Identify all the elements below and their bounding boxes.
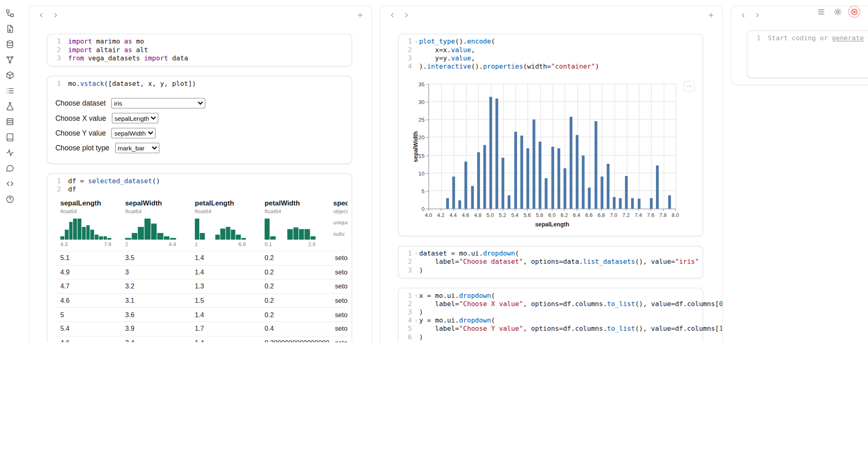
code-line: 1∨x = mo.ui.dropdown( [399,292,697,300]
code-line: 3) [399,308,697,316]
chart-bar [570,117,573,209]
column-move-right-button[interactable] [751,9,764,21]
settings-button[interactable] [831,5,844,18]
code-editor-df[interactable]: 1df = selected_dataset()2df [48,174,351,197]
plus-icon [356,12,364,19]
cell-imports: 1import marimo as mo2import altair as al… [47,34,352,66]
file-tree-icon[interactable] [5,8,16,19]
column-move-right-button[interactable] [49,9,62,21]
control-row: Choose Y valuesepalWidth [55,126,344,141]
code-line: 5 label="Choose Y value", options=df.col… [399,325,697,333]
code-editor-new-cell[interactable]: 1Start coding or generate with AI [747,31,868,46]
table-row: 5.13.51.40.2setosa [55,251,348,265]
chart-bar [520,136,523,209]
table-row: 4.63.41.40.30000000000000004setosa [55,336,348,342]
table-column-header[interactable]: sepalWidthfloat6424.4 [120,199,190,247]
column-move-right-button[interactable] [400,9,413,21]
code-line: 4∨y = mo.ui.dropdown( [399,316,697,325]
code-editor-vstack[interactable]: 1mo.vstack([dataset, x, y, plot]) [48,76,351,91]
table-row: 5.43.91.70.4setosa [55,322,348,336]
chart-options-button[interactable] [683,81,695,92]
table-column-header[interactable]: petalWidthfloat640.12.5 [260,199,330,247]
chart-bar [526,148,529,209]
table-of-contents-icon[interactable] [5,85,16,96]
cell-new-empty: 1Start coding or generate with AI [747,30,868,78]
fold-chevron-icon: ∨ [413,249,419,258]
fold-chevron-icon: ∨ [413,341,419,342]
dataset-dropdown[interactable]: iris [111,98,205,108]
snippets-icon[interactable] [5,178,16,189]
documentation-icon[interactable] [5,132,16,143]
cell-xy-plot-dropdowns: 1∨x = mo.ui.dropdown(2 label="Choose X v… [398,288,703,342]
chevron-left-icon [37,12,45,19]
fold-chevron-icon [413,62,419,71]
code-line: 3 y=y.value, [399,54,697,62]
package-icon[interactable] [5,70,16,81]
chart-bar [489,97,492,209]
table-column-header[interactable]: petalLengthfloat6416.9 [190,199,260,247]
chart-bar [446,198,449,209]
chart-bar [465,161,468,209]
help-icon[interactable] [5,194,16,205]
chart-bar [545,178,548,208]
vstack-output: Choose datasetirisChoose X valuesepalLen… [48,91,351,163]
y-value-dropdown[interactable]: sepalWidth [111,128,156,138]
x-axis-title: sepalLength [429,221,676,227]
code-line: 2 label="Choose dataset", options=data.l… [399,258,697,266]
table-column-header[interactable]: sepalLengthfloat644.37.9 [55,199,120,247]
chart-bar [619,198,622,209]
notebook-menu-button[interactable] [815,5,827,18]
table-column-header[interactable]: speciesobjectunique:nulls: [330,199,348,247]
code-line: 2 label="Choose X value", options=df.col… [399,300,697,308]
chart-bar [557,148,560,209]
chart-bar [533,119,536,208]
fold-chevron-icon [413,325,419,333]
table-row: 53.61.40.2setosa [55,307,348,321]
more-options-icon [686,83,693,90]
code-line: 1∨dataset = mo.ui.dropdown( [399,249,697,258]
plot-type-dropdown[interactable]: mark_bar [115,143,159,154]
column-move-left-button[interactable] [386,9,398,21]
shutdown-button[interactable] [848,5,861,18]
chart-bar [582,155,585,209]
marimo-file-icon[interactable] [5,23,16,35]
chart-bar [502,158,505,209]
chat-icon[interactable] [5,163,16,174]
tracing-icon[interactable] [5,147,16,158]
chart-bar [563,168,566,209]
code-editor-dropdowns[interactable]: 1∨x = mo.ui.dropdown(2 label="Choose X v… [399,288,702,342]
column-histogram [60,219,111,240]
chart-bar [508,196,511,209]
fold-chevron-icon [62,46,68,54]
add-column-button[interactable] [705,9,717,21]
chevron-right-icon [52,12,59,19]
chart-bar [607,164,609,209]
column-move-left-button[interactable] [737,9,749,21]
code-editor-plot[interactable]: 1∨plot_type().encode(2 x=x.value,3 y=y.v… [399,35,702,74]
code-line: 2df [48,185,346,194]
code-line: 4).interactive().properties(width="conta… [399,62,697,71]
code-editor-imports[interactable]: 1import marimo as mo2import altair as al… [48,35,351,66]
add-column-button[interactable] [354,9,366,21]
code-editor-dataset[interactable]: 1∨dataset = mo.ui.dropdown(2 label="Choo… [399,246,702,278]
code-line: 1df = selected_dataset() [48,177,346,185]
code-line: 3) [399,266,697,274]
dependency-graph-icon[interactable] [5,54,16,65]
control-label: Choose plot type [55,144,109,152]
x-value-dropdown[interactable]: sepalLength [112,113,158,124]
control-label: Choose Y value [55,129,106,137]
code-line: 1Start coding or generate with AI [747,35,868,43]
fold-chevron-icon [413,308,419,316]
chart-bar [551,147,554,209]
chart-bar [600,177,603,209]
menu-icon [817,7,825,16]
scratchpad-icon[interactable] [5,101,16,112]
table-row: 4.931.40.2setosa [55,265,348,279]
column-move-left-button[interactable] [35,9,47,21]
chart-bar [496,98,499,208]
column-1-header [29,6,371,24]
chart-bar [452,176,455,209]
code-line: 2 x=x.value, [399,46,697,54]
logs-icon[interactable] [5,116,16,127]
database-icon[interactable] [5,39,16,50]
